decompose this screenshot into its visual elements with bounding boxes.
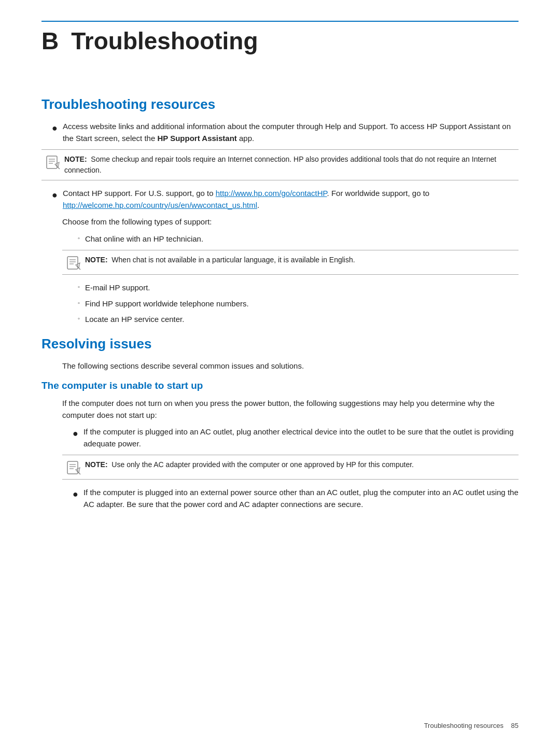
- bullet-list-2: ● Contact HP support. For U.S. support, …: [41, 188, 519, 211]
- support-types-intro: Choose from the following types of suppo…: [62, 216, 519, 228]
- note-icon-3: [66, 460, 81, 475]
- note-label-3: NOTE:: [85, 460, 108, 469]
- unable-bullet-2: ● If the computer is plugged into an ext…: [62, 487, 519, 510]
- svg-rect-6: [67, 257, 78, 269]
- sub-bullet-email: ◦ E-mail HP support.: [78, 282, 519, 294]
- bullet-item-2: ● Contact HP support. For U.S. support, …: [41, 188, 519, 211]
- note-box-3: NOTE: Use only the AC adapter provided w…: [62, 455, 519, 480]
- unable-bullet-list-1: ● If the computer is plugged into an AC …: [62, 426, 519, 449]
- note-label-2: NOTE:: [85, 256, 108, 264]
- unable-to-start-content: If the computer does not turn on when yo…: [41, 398, 519, 510]
- subsection-heading-unable-to-start: The computer is unable to start up: [41, 380, 519, 391]
- chapter-heading: B Troubleshooting: [41, 27, 519, 55]
- unable-bullet-1: ● If the computer is plugged into an AC …: [62, 426, 519, 449]
- link-contacthp[interactable]: http://www.hp.com/go/contactHP: [216, 189, 327, 198]
- sub-bullet-dot-phone: ◦: [78, 298, 80, 308]
- unable-bullet-text-1: If the computer is plugged into an AC ou…: [83, 426, 519, 449]
- section-troubleshooting-resources: Troubleshooting resources ● Access websi…: [41, 96, 519, 326]
- sub-bullet-text-chat: Chat online with an HP technician.: [85, 233, 203, 245]
- note-content-3: NOTE: Use only the AC adapter provided w…: [85, 459, 414, 470]
- svg-rect-0: [47, 156, 57, 168]
- sub-bullet-chat: ◦ Chat online with an HP technician.: [78, 233, 519, 245]
- top-rule: [41, 21, 519, 22]
- unable-to-start-intro: If the computer does not turn on when yo…: [62, 398, 519, 421]
- bullet-dot-1: ●: [52, 121, 58, 135]
- sub-bullet-text-service: Locate an HP service center.: [85, 314, 185, 326]
- note-content-2: NOTE: When chat is not available in a pa…: [85, 255, 355, 265]
- section-heading-troubleshooting-resources: Troubleshooting resources: [41, 96, 519, 113]
- resolving-issues-intro-block: The following sections describe several …: [41, 360, 519, 372]
- chapter-letter: B: [41, 27, 59, 55]
- bullet-dot-2: ●: [52, 188, 58, 202]
- unable-bullet-dot-1: ●: [73, 427, 78, 441]
- note-box-2: NOTE: When chat is not available in a pa…: [62, 250, 519, 275]
- bullet-text-1: Access website links and additional info…: [63, 121, 519, 144]
- sub-bullet-list-remaining: ◦ E-mail HP support. ◦ Find HP support w…: [78, 282, 519, 326]
- sub-bullet-dot-chat: ◦: [78, 233, 80, 243]
- note-text-2: When chat is not available in a particul…: [111, 256, 355, 264]
- note-icon-2: [66, 256, 81, 270]
- note-box-1: NOTE: Some checkup and repair tools requ…: [41, 149, 519, 180]
- sub-bullet-text-email: E-mail HP support.: [85, 282, 150, 294]
- sub-bullet-text-phone: Find HP support worldwide telephone numb…: [85, 298, 249, 310]
- page-container: B Troubleshooting Troubleshooting resour…: [0, 0, 560, 745]
- note-icon-1: [46, 155, 60, 170]
- note-label-1: NOTE:: [64, 155, 87, 163]
- sub-bullet-dot-email: ◦: [78, 282, 80, 292]
- unable-bullet-dot-2: ●: [73, 487, 78, 501]
- section-heading-resolving-issues: Resolving issues: [41, 336, 519, 352]
- note-text-3: Use only the AC adapter provided with th…: [111, 460, 414, 469]
- link-wwcontact[interactable]: http://welcome.hp.com/country/us/en/wwco…: [63, 201, 257, 209]
- bullet-text-2: Contact HP support. For U.S. support, go…: [63, 188, 519, 211]
- chapter-title: Troubleshooting: [71, 27, 258, 55]
- unable-bullet-text-2: If the computer is plugged into an exter…: [83, 487, 519, 510]
- bullet-list-1: ● Access website links and additional in…: [41, 121, 519, 144]
- section-resolving-issues: Resolving issues The following sections …: [41, 336, 519, 511]
- page-footer: Troubleshooting resources 85: [424, 722, 519, 729]
- sub-bullet-dot-service: ◦: [78, 314, 80, 324]
- sub-bullet-service: ◦ Locate an HP service center.: [78, 314, 519, 326]
- subsection-unable-to-start: The computer is unable to start up If th…: [41, 380, 519, 510]
- page-number: 85: [511, 722, 519, 729]
- sub-bullet-phone: ◦ Find HP support worldwide telephone nu…: [78, 298, 519, 310]
- svg-rect-12: [67, 461, 78, 474]
- support-types-intro-block: Choose from the following types of suppo…: [41, 216, 519, 326]
- sub-bullet-list: ◦ Chat online with an HP technician.: [78, 233, 519, 245]
- note-content-1: NOTE: Some checkup and repair tools requ…: [64, 154, 512, 176]
- footer-text: Troubleshooting resources: [424, 722, 503, 729]
- unable-bullet-list-2: ● If the computer is plugged into an ext…: [62, 487, 519, 510]
- resolving-issues-intro: The following sections describe several …: [62, 360, 519, 372]
- note-text-1: Some checkup and repair tools require an…: [64, 155, 496, 174]
- bullet-item-1: ● Access website links and additional in…: [41, 121, 519, 144]
